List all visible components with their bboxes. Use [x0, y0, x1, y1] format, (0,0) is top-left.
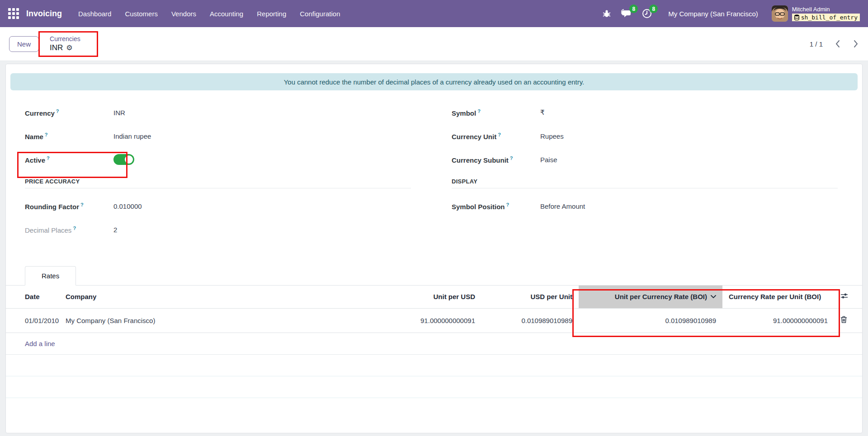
rate-date-cell[interactable]: 01/01/2010 — [6, 308, 59, 333]
help-icon[interactable]: ? — [80, 202, 84, 207]
chevron-down-icon — [711, 295, 716, 299]
help-icon[interactable]: ? — [73, 225, 76, 231]
column-header-usd-per-unit[interactable]: USD per Unit — [481, 286, 579, 308]
help-icon[interactable]: ? — [47, 155, 50, 161]
pager-previous-icon[interactable] — [835, 39, 841, 48]
section-divider — [25, 188, 411, 188]
section-divider — [452, 188, 838, 188]
symbol-position-field-row: Symbol Position? Before Amount — [452, 199, 838, 213]
form-right-column: Symbol? ₹ Currency Unit? Rupees Currency… — [452, 106, 838, 246]
currency-subunit-field-row: Currency Subunit? Paise — [452, 153, 838, 166]
symbol-position-field[interactable]: Before Amount — [540, 202, 585, 210]
rounding-factor-field[interactable]: 0.010000 — [113, 202, 142, 210]
rate-row: 01/01/2010 My Company (San Francisco) 91… — [6, 308, 862, 333]
name-label: Name? — [25, 132, 113, 141]
menu-dashboard[interactable]: Dashboard — [78, 10, 111, 18]
delete-row-trash-icon[interactable] — [840, 316, 847, 323]
rounding-factor-label: Rounding Factor? — [25, 202, 113, 211]
database-name: sh_bill_of_entry — [801, 14, 858, 21]
new-button[interactable]: New — [9, 36, 39, 52]
currency-unit-field[interactable]: Rupees — [540, 132, 564, 140]
help-icon[interactable]: ? — [477, 108, 481, 114]
help-icon[interactable]: ? — [506, 202, 509, 207]
activities-badge: 8 — [649, 5, 658, 13]
rate-usd-per-unit-cell[interactable]: 0.010989010989 — [481, 308, 579, 333]
empty-table-row — [6, 355, 862, 376]
decimal-places-label: Decimal Places? — [25, 225, 113, 234]
menu-accounting[interactable]: Accounting — [210, 10, 243, 18]
name-field-row: Name? Indian rupee — [25, 129, 411, 143]
user-menu[interactable]: Mitchell Admin sh_bill_of_entry — [772, 5, 860, 22]
apps-menu-icon[interactable] — [8, 8, 19, 19]
currency-unit-label: Currency Unit? — [452, 132, 540, 141]
decimal-places-field-row: Decimal Places? 2 — [25, 223, 411, 236]
rate-unit-per-currency-rate-cell[interactable]: 0.010989010989 — [579, 308, 722, 333]
company-switcher[interactable]: My Company (San Francisco) — [668, 10, 758, 18]
menu-configuration[interactable]: Configuration — [300, 10, 340, 18]
rates-header-row: Date Company Unit per USD USD per Unit U… — [6, 286, 862, 308]
breadcrumb-currencies-link[interactable]: Currencies — [50, 35, 80, 43]
help-icon[interactable]: ? — [510, 155, 513, 161]
rounding-factor-field-row: Rounding Factor? 0.010000 — [25, 199, 411, 213]
info-banner: You cannot reduce the number of decimal … — [10, 73, 858, 90]
currency-subunit-label: Currency Subunit? — [452, 155, 540, 164]
price-accuracy-section-title: PRICE ACCURACY — [25, 178, 411, 185]
currency-subunit-field[interactable]: Paise — [540, 156, 557, 164]
active-toggle[interactable] — [113, 154, 134, 165]
database-icon — [794, 14, 799, 20]
pager-count: 1 / 1 — [810, 40, 823, 48]
control-panel: New Currencies INR ⚙ 1 / 1 — [0, 27, 868, 61]
rate-currency-rate-per-unit-cell[interactable]: 91.000000000091 — [722, 308, 834, 333]
form-sheet: You cannot reduce the number of decimal … — [5, 64, 863, 433]
active-field-row: Active? — [25, 153, 411, 166]
pager-next-icon[interactable] — [853, 39, 859, 48]
help-icon[interactable]: ? — [56, 108, 59, 114]
breadcrumb: Currencies INR ⚙ — [50, 35, 80, 53]
menu-customers[interactable]: Customers — [125, 10, 158, 18]
notebook: Rates Date Company Unit per USD USD per … — [6, 266, 862, 398]
rate-unit-per-usd-cell[interactable]: 91.000000000091 — [380, 308, 481, 333]
tab-rates[interactable]: Rates — [25, 266, 76, 286]
column-header-unit-per-usd[interactable]: Unit per USD — [380, 286, 481, 308]
menu-vendors[interactable]: Vendors — [171, 10, 196, 18]
display-section-title: DISPLAY — [452, 178, 838, 185]
symbol-field[interactable]: ₹ — [540, 108, 545, 117]
top-navbar: Invoicing Dashboard Customers Vendors Ac… — [0, 0, 868, 27]
help-icon[interactable]: ? — [498, 132, 501, 137]
symbol-position-label: Symbol Position? — [452, 202, 540, 211]
database-badge: sh_bill_of_entry — [792, 14, 860, 22]
optional-columns-header — [834, 286, 862, 308]
messages-icon[interactable]: 8 — [621, 9, 632, 19]
currency-unit-field-row: Currency Unit? Rupees — [452, 129, 838, 143]
rate-company-cell[interactable]: My Company (San Francisco) — [59, 308, 380, 333]
messages-badge: 8 — [629, 5, 638, 13]
currency-label: Currency? — [25, 108, 113, 117]
breadcrumb-record-name: INR — [50, 43, 63, 52]
rates-table: Date Company Unit per USD USD per Unit U… — [6, 286, 862, 333]
user-avatar — [772, 5, 788, 22]
add-line-row: Add a line — [6, 333, 862, 355]
column-header-unit-per-currency-rate[interactable]: Unit per Currency Rate (BOI) — [579, 286, 722, 308]
currency-field-row: Currency? INR — [25, 106, 411, 119]
debug-bug-icon[interactable] — [602, 9, 611, 18]
gear-icon[interactable]: ⚙ — [66, 43, 72, 52]
help-icon[interactable]: ? — [45, 132, 48, 137]
symbol-field-row: Symbol? ₹ — [452, 106, 838, 119]
form-left-column: Currency? INR Name? Indian rupee Active? — [25, 106, 411, 246]
activities-clock-icon[interactable]: 8 — [642, 9, 652, 19]
active-label: Active? — [25, 155, 113, 164]
currency-field[interactable]: INR — [113, 109, 125, 117]
add-a-line-link[interactable]: Add a line — [25, 340, 55, 347]
symbol-label: Symbol? — [452, 108, 540, 117]
column-header-company[interactable]: Company — [59, 286, 380, 308]
column-header-currency-rate-per-unit[interactable]: Currency Rate per Unit (BOI) — [722, 286, 834, 308]
decimal-places-field: 2 — [113, 226, 117, 234]
column-header-date[interactable]: Date — [6, 286, 59, 308]
column-options-sliders-icon[interactable] — [840, 292, 848, 300]
menu-reporting[interactable]: Reporting — [257, 10, 286, 18]
user-name: Mitchell Admin — [792, 6, 860, 13]
app-name[interactable]: Invoicing — [26, 9, 62, 19]
name-field[interactable]: Indian rupee — [113, 132, 151, 140]
empty-table-row — [6, 376, 862, 398]
